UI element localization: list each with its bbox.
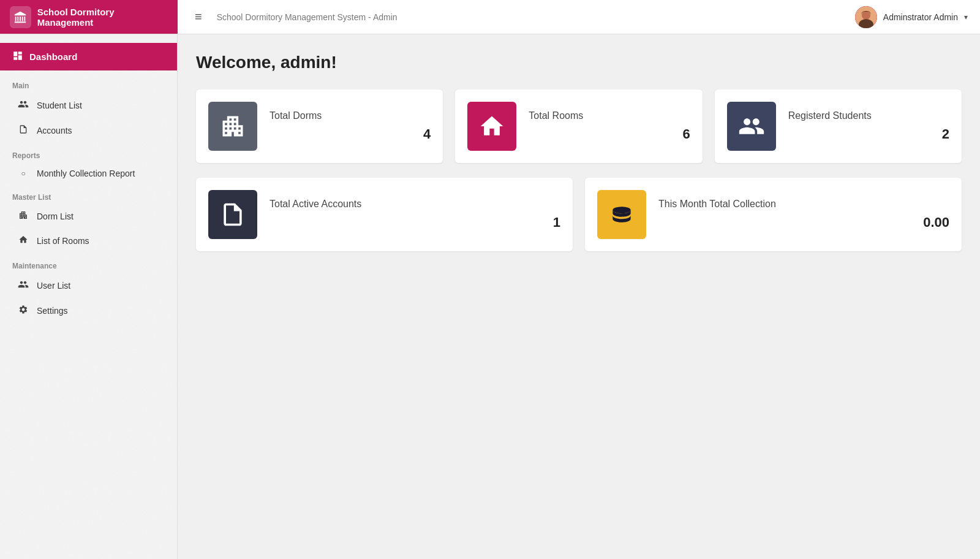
main-content: Welcome, admin! Total Dorms 4 [178, 34, 980, 559]
monthly-collection-text: This Month Total Collection 0.00 [658, 199, 949, 230]
total-active-accounts-label: Total Active Accounts [270, 199, 560, 210]
sidebar-section-main: Main [0, 73, 177, 93]
total-rooms-text: Total Rooms 6 [529, 110, 690, 142]
total-active-accounts-text: Total Active Accounts 1 [270, 199, 560, 230]
monthly-collection-icon-box [597, 190, 646, 239]
header-center: ≡ School Dormitory Management System - A… [178, 7, 843, 26]
sidebar-item-settings[interactable]: Settings [0, 299, 177, 323]
sidebar: Dashboard Main Student List Accounts Rep… [0, 34, 178, 559]
total-rooms-label: Total Rooms [529, 110, 690, 121]
page-title: Welcome, admin! [196, 53, 962, 72]
brand-icon [10, 6, 31, 28]
accounts-icon [17, 124, 29, 137]
sidebar-item-accounts[interactable]: Accounts [0, 118, 177, 143]
header-right: Adminstrator Admin ▾ [843, 6, 980, 28]
settings-icon [17, 305, 29, 317]
hamburger-button[interactable]: ≡ [190, 7, 207, 26]
sidebar-item-dorm-list[interactable]: Dorm List [0, 204, 177, 229]
sidebar-item-user-list[interactable]: User List [0, 273, 177, 299]
sidebar-item-list-of-rooms[interactable]: List of Rooms [0, 229, 177, 253]
dashboard-label: Dashboard [29, 51, 77, 62]
registered-students-icon-box [727, 102, 776, 151]
total-dorms-label: Total Dorms [270, 110, 431, 121]
registered-students-text: Registerd Students 2 [788, 110, 949, 142]
stat-card-registered-students: Registerd Students 2 [715, 89, 962, 163]
total-active-accounts-value: 1 [270, 215, 560, 230]
svg-point-3 [612, 207, 630, 213]
top-header: School Dormitory Management ≡ School Dor… [0, 0, 980, 34]
stat-card-total-rooms: Total Rooms 6 [455, 89, 702, 163]
total-dorms-text: Total Dorms 4 [270, 110, 431, 142]
admin-dropdown-arrow[interactable]: ▾ [964, 13, 968, 21]
total-dorms-value: 4 [270, 126, 431, 142]
student-list-icon [17, 99, 29, 112]
svg-point-1 [862, 11, 870, 20]
list-of-rooms-label: List of Rooms [37, 236, 89, 246]
sidebar-item-monthly-collection[interactable]: ○ Monthly Collection Report [0, 162, 177, 184]
accounts-label: Accounts [37, 126, 72, 135]
admin-avatar [855, 6, 877, 28]
total-active-accounts-icon-box [208, 190, 257, 239]
list-of-rooms-icon [17, 235, 29, 247]
stat-card-monthly-collection: This Month Total Collection 0.00 [585, 178, 962, 251]
sidebar-section-master-list: Master List [0, 184, 177, 204]
system-title: School Dormitory Management System - Adm… [217, 12, 398, 22]
dorm-list-label: Dorm List [37, 211, 74, 221]
admin-name[interactable]: Adminstrator Admin [883, 12, 958, 22]
stat-card-total-dorms: Total Dorms 4 [196, 89, 443, 163]
stats-row-2: Total Active Accounts 1 This Month Total… [196, 178, 962, 251]
dashboard-icon [12, 50, 23, 63]
total-rooms-icon-box [467, 102, 516, 151]
brand-title: School Dormitory Management [37, 7, 168, 28]
registered-students-label: Registerd Students [788, 110, 949, 121]
sidebar-section-maintenance: Maintenance [0, 253, 177, 273]
sidebar-item-dashboard[interactable]: Dashboard [0, 43, 177, 70]
sidebar-item-student-list[interactable]: Student List [0, 93, 177, 118]
dorm-list-icon [17, 210, 29, 222]
total-dorms-icon-box [208, 102, 257, 151]
stat-card-total-active-accounts: Total Active Accounts 1 [196, 178, 573, 251]
layout: Dashboard Main Student List Accounts Rep… [0, 34, 980, 559]
sidebar-section-reports: Reports [0, 143, 177, 162]
stats-row-1: Total Dorms 4 Total Rooms 6 [196, 89, 962, 163]
monthly-collection-label: This Month Total Collection [658, 199, 949, 210]
settings-label: Settings [37, 306, 68, 316]
monthly-collection-icon: ○ [17, 169, 29, 178]
registered-students-value: 2 [788, 126, 949, 142]
total-rooms-value: 6 [529, 126, 690, 142]
student-list-label: Student List [37, 101, 82, 110]
monthly-collection-value: 0.00 [658, 215, 949, 230]
brand-area: School Dormitory Management [0, 0, 178, 34]
user-list-icon [17, 279, 29, 292]
monthly-collection-label: Monthly Collection Report [37, 169, 135, 178]
user-list-label: User List [37, 281, 70, 291]
